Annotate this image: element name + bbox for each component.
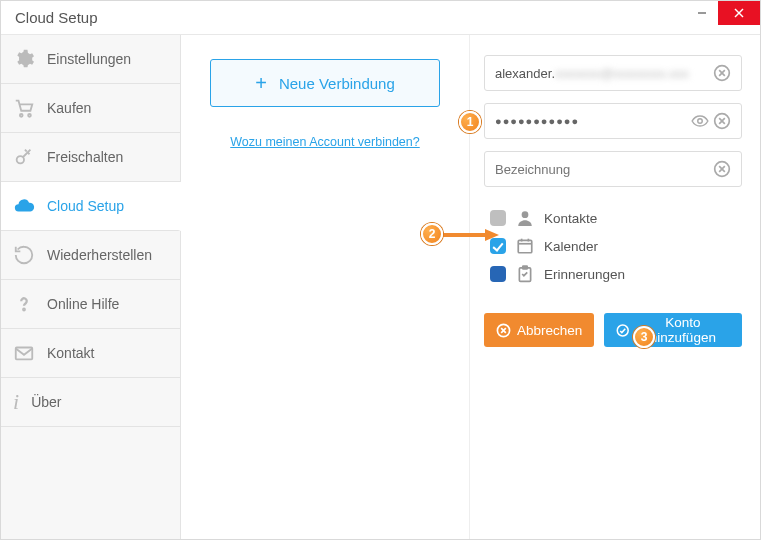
minimize-button[interactable] (686, 1, 718, 25)
body: Einstellungen Kaufen Freischalten Cloud … (1, 35, 760, 539)
person-icon (516, 209, 534, 227)
add-account-button[interactable]: Konto hinzufügen (604, 313, 742, 347)
restore-icon (13, 244, 35, 266)
sidebar-item-online-hilfe[interactable]: Online Hilfe (1, 280, 180, 329)
key-icon (13, 146, 35, 168)
cancel-label: Abbrechen (517, 323, 582, 338)
show-password-icon[interactable] (691, 112, 709, 130)
clear-label-icon[interactable] (713, 160, 731, 178)
sidebar-item-kaufen[interactable]: Kaufen (1, 84, 180, 133)
gear-icon (13, 48, 35, 70)
calendar-icon (516, 237, 534, 255)
annotation-marker-1: 1 (459, 111, 481, 133)
clipboard-icon (516, 265, 534, 283)
label-input[interactable] (495, 162, 709, 177)
svg-point-6 (23, 309, 24, 310)
new-connection-button[interactable]: + Neue Verbindung (210, 59, 440, 107)
svg-point-28 (618, 325, 629, 336)
email-blurred-suffix: xxxxxxx@xxxxxxxx.xxx (555, 66, 689, 81)
svg-point-4 (28, 114, 31, 117)
checkbox-kontakte[interactable] (490, 210, 506, 226)
sync-label: Kalender (544, 239, 598, 254)
sync-row-kontakte[interactable]: Kontakte (490, 209, 742, 227)
cancel-x-icon (496, 323, 511, 338)
sidebar-item-wiederherstellen[interactable]: Wiederherstellen (1, 231, 180, 280)
annotation-marker-3: 3 (633, 326, 655, 348)
sync-row-kalender[interactable]: Kalender (490, 237, 742, 255)
clear-password-icon[interactable] (713, 112, 731, 130)
form-panel: alexander. xxxxxxx@xxxxxxxx.xxx ●●●●●●●●… (470, 35, 760, 539)
svg-rect-19 (518, 240, 532, 252)
sync-list: Kontakte Kalender Erinnerungen (484, 209, 742, 283)
svg-point-3 (20, 114, 23, 117)
sidebar-item-label: Freischalten (47, 149, 123, 165)
sidebar-item-cloud-setup[interactable]: Cloud Setup (1, 182, 181, 231)
mail-icon (13, 342, 35, 364)
sidebar-item-label: Wiederherstellen (47, 247, 152, 263)
svg-point-11 (698, 119, 703, 124)
annotation-marker-2: 2 (421, 223, 443, 245)
svg-rect-24 (523, 266, 528, 269)
sidebar-item-label: Online Hilfe (47, 296, 119, 312)
sidebar-item-freischalten[interactable]: Freischalten (1, 133, 180, 182)
sync-label: Kontakte (544, 211, 597, 226)
sidebar-item-label: Cloud Setup (47, 198, 124, 214)
cloud-icon (13, 195, 35, 217)
cancel-button[interactable]: Abbrechen (484, 313, 594, 347)
info-icon: i (13, 389, 19, 415)
password-mask: ●●●●●●●●●●● (495, 115, 579, 127)
check-circle-icon (616, 323, 629, 338)
window-title: Cloud Setup (15, 9, 98, 26)
sidebar-item-label: Über (31, 394, 61, 410)
sidebar-item-ueber[interactable]: i Über (1, 378, 180, 427)
app-window: Cloud Setup Einstellungen Kaufen (0, 0, 761, 540)
close-button[interactable] (718, 1, 760, 25)
sidebar-item-einstellungen[interactable]: Einstellungen (1, 35, 180, 84)
svg-point-18 (522, 211, 529, 218)
new-connection-label: Neue Verbindung (279, 75, 395, 92)
label-field-wrap[interactable] (484, 151, 742, 187)
help-icon (13, 293, 35, 315)
titlebar: Cloud Setup (1, 1, 760, 35)
button-row: Abbrechen Konto hinzufügen (484, 313, 742, 347)
annotation-arrow (441, 227, 501, 243)
password-field-wrap[interactable]: ●●●●●●●●●●● (484, 103, 742, 139)
sidebar-item-kontakt[interactable]: Kontakt (1, 329, 180, 378)
window-controls (686, 1, 760, 25)
help-link[interactable]: Wozu meinen Account verbinden? (230, 135, 419, 149)
plus-icon: + (255, 72, 267, 95)
svg-marker-30 (485, 229, 499, 241)
checkbox-erinnerungen[interactable] (490, 266, 506, 282)
email-field-wrap[interactable]: alexander. xxxxxxx@xxxxxxxx.xxx (484, 55, 742, 91)
clear-email-icon[interactable] (713, 64, 731, 82)
sync-row-erinnerungen[interactable]: Erinnerungen (490, 265, 742, 283)
sidebar-item-label: Kaufen (47, 100, 91, 116)
sync-label: Erinnerungen (544, 267, 625, 282)
sidebar: Einstellungen Kaufen Freischalten Cloud … (1, 35, 181, 539)
svg-point-5 (17, 156, 24, 163)
email-visible-prefix: alexander. (495, 66, 555, 81)
middle-panel: + Neue Verbindung Wozu meinen Account ve… (181, 35, 470, 539)
sidebar-item-label: Kontakt (47, 345, 94, 361)
sidebar-item-label: Einstellungen (47, 51, 131, 67)
cart-icon (13, 97, 35, 119)
